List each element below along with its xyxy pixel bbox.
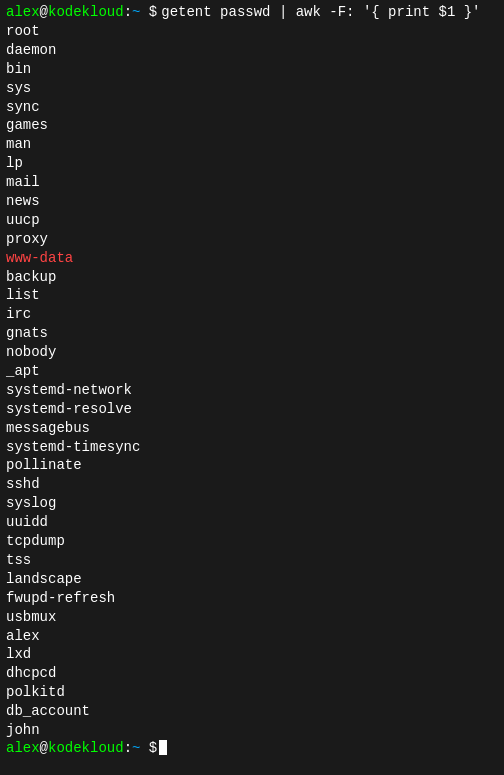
output-line: bin: [6, 60, 498, 79]
output-line: root: [6, 22, 498, 41]
output-line: systemd-resolve: [6, 400, 498, 419]
output-line: nobody: [6, 343, 498, 362]
bottom-prompt-dollar: $: [149, 740, 157, 756]
output-line: tss: [6, 551, 498, 570]
output-line: systemd-timesync: [6, 438, 498, 457]
output-line: daemon: [6, 41, 498, 60]
output-line: man: [6, 135, 498, 154]
output-line: sshd: [6, 475, 498, 494]
output-line: alex: [6, 627, 498, 646]
output-line: john: [6, 721, 498, 740]
output-line: dhcpcd: [6, 664, 498, 683]
output-line: mail: [6, 173, 498, 192]
bottom-prompt-user: alex: [6, 740, 40, 756]
prompt-dollar: [140, 4, 148, 20]
output-line: usbmux: [6, 608, 498, 627]
output-line: sync: [6, 98, 498, 117]
output-line: lp: [6, 154, 498, 173]
output-line: irc: [6, 305, 498, 324]
prompt-dollar-sign: $: [149, 4, 157, 20]
output-container: rootdaemonbinsyssyncgamesmanlpmailnewsuu…: [6, 22, 498, 740]
output-line: sys: [6, 79, 498, 98]
output-line: systemd-network: [6, 381, 498, 400]
output-line: pollinate: [6, 456, 498, 475]
prompt-colon: :: [124, 4, 132, 20]
output-line: db_account: [6, 702, 498, 721]
prompt-at: @: [40, 4, 48, 20]
output-line: uucp: [6, 211, 498, 230]
output-line: www-data: [6, 249, 498, 268]
output-line: syslog: [6, 494, 498, 513]
output-line: polkitd: [6, 683, 498, 702]
output-line: fwupd-refresh: [6, 589, 498, 608]
output-line: landscape: [6, 570, 498, 589]
output-line: list: [6, 286, 498, 305]
terminal-cursor: [159, 740, 167, 755]
prompt-host: kodekloud: [48, 4, 124, 20]
bottom-prompt-path: ~: [132, 740, 140, 756]
output-line: proxy: [6, 230, 498, 249]
bottom-prompt-line: alex @ kodekloud : ~ $: [6, 740, 498, 756]
bottom-prompt-host: kodekloud: [48, 740, 124, 756]
command-text: getent passwd | awk -F: '{ print $1 }': [161, 4, 480, 20]
prompt-path: ~: [132, 4, 140, 20]
output-line: _apt: [6, 362, 498, 381]
terminal-window[interactable]: alex @ kodekloud : ~ $ getent passwd | a…: [0, 0, 504, 775]
output-line: messagebus: [6, 419, 498, 438]
output-line: gnats: [6, 324, 498, 343]
output-line: lxd: [6, 645, 498, 664]
bottom-prompt-space: [140, 740, 148, 756]
output-line: news: [6, 192, 498, 211]
output-line: tcpdump: [6, 532, 498, 551]
prompt-user: alex: [6, 4, 40, 20]
command-line: alex @ kodekloud : ~ $ getent passwd | a…: [6, 4, 498, 20]
output-line: backup: [6, 268, 498, 287]
output-line: games: [6, 116, 498, 135]
bottom-prompt-at: @: [40, 740, 48, 756]
bottom-prompt-colon: :: [124, 740, 132, 756]
output-line: uuidd: [6, 513, 498, 532]
